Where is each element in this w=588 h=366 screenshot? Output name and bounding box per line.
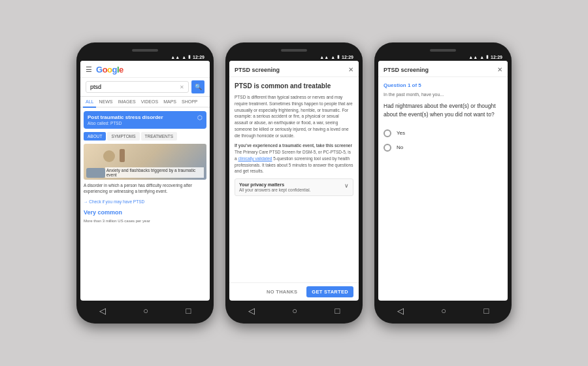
card-description: A disorder in which a person has difficu…: [84, 182, 206, 194]
screen-3: PTSD screening ✕ Question 1 of 5 In the …: [378, 61, 508, 301]
recents-button-3[interactable]: □: [483, 306, 489, 316]
signal-icon: ▲▲: [171, 55, 180, 59]
phone-3: ▲▲ ▲ ▮ 12:29 PTSD screening ✕ Question 1…: [374, 42, 512, 324]
phones-container: ▲▲ ▲ ▮ 12:29 ☰ Google ptsd ✕ 🔍: [63, 29, 525, 337]
wifi-icon-3: ▲: [480, 55, 484, 59]
wifi-icon-2: ▲: [331, 55, 335, 59]
no-thanks-button[interactable]: NO THANKS: [263, 286, 301, 297]
very-common-label: Very common: [84, 209, 206, 216]
tab-maps[interactable]: MAPS: [161, 97, 179, 108]
card-title: Post traumatic stress disorder: [88, 114, 163, 120]
phone-nav-1: ◁ ○ □: [80, 301, 210, 317]
subtab-about[interactable]: ABOUT: [84, 132, 106, 141]
clear-icon[interactable]: ✕: [180, 84, 184, 90]
status-bar-3: ▲▲ ▲ ▮ 12:29: [378, 54, 508, 59]
time-2: 12:29: [342, 55, 353, 59]
tab-images[interactable]: IMAGES: [115, 97, 138, 108]
time-1: 12:29: [193, 55, 204, 59]
time-3: 12:29: [491, 55, 502, 59]
recents-button[interactable]: □: [186, 306, 191, 316]
question-number: Question 1 of 5: [384, 82, 502, 88]
privacy-expand-icon[interactable]: ∨: [344, 182, 349, 189]
privacy-section[interactable]: Your privacy matters All your answers ar…: [235, 178, 353, 196]
phone-nav-3: ◁ ○ □: [378, 301, 508, 317]
ptsd-heading: PTSD is common and treatable: [235, 82, 353, 90]
back-button[interactable]: ◁: [99, 306, 106, 316]
search-bar: ptsd ✕ 🔍: [80, 78, 210, 97]
card-subtitle: Also called: PTSD: [88, 121, 163, 125]
modal-content-3: Question 1 of 5 In the past month, have …: [378, 77, 508, 301]
radio-no[interactable]: [384, 144, 391, 152]
tab-all[interactable]: ALL: [83, 97, 96, 108]
modal-close-3[interactable]: ✕: [497, 66, 502, 73]
phone-nav-2: ◁ ○ □: [229, 301, 359, 317]
common-sub-label: More than 3 million US cases per year: [84, 219, 206, 223]
back-button-2[interactable]: ◁: [248, 306, 255, 316]
signal-icon-2: ▲▲: [319, 55, 329, 59]
subtab-symptoms[interactable]: SYMPTOMS: [107, 132, 139, 141]
battery-icon: ▮: [188, 54, 191, 59]
home-button-3[interactable]: ○: [441, 306, 446, 316]
ptsd-body-normal: PTSD is different than typical sadness o…: [235, 94, 353, 139]
clinically-validated-link[interactable]: clinically validated: [238, 156, 272, 161]
modal-title-3: PTSD screening: [384, 67, 429, 73]
modal-content-2: PTSD is common and treatable PTSD is dif…: [229, 77, 359, 282]
status-bar-2: ▲▲ ▲ ▮ 12:29: [229, 54, 359, 59]
status-bar-1: ▲▲ ▲ ▮ 12:29: [80, 54, 210, 59]
modal-buttons-2: NO THANKS GET STARTED: [229, 282, 359, 301]
google-toolbar: ☰ Google: [80, 61, 210, 78]
ptsd-card: Post traumatic stress disorder Also call…: [84, 111, 206, 129]
screen-2: PTSD screening ✕ PTSD is common and trea…: [229, 61, 359, 301]
get-started-button[interactable]: GET STARTED: [306, 286, 353, 297]
tab-videos[interactable]: VIDEOS: [139, 97, 161, 108]
card-sub-tabs: ABOUT SYMPTOMS TREATMENTS: [84, 132, 206, 141]
privacy-title: Your privacy matters: [239, 182, 310, 187]
phone-1: ▲▲ ▲ ▮ 12:29 ☰ Google ptsd ✕ 🔍: [76, 42, 214, 324]
search-tabs: ALL NEWS IMAGES VIDEOS MAPS SHOPP: [80, 97, 210, 108]
screen-1: ☰ Google ptsd ✕ 🔍 ALL NEWS IMAGES VIDEOS…: [80, 61, 210, 301]
recents-button-2[interactable]: □: [335, 306, 340, 316]
ptsd-body-2: If you've experienced a traumatic event,…: [235, 142, 353, 175]
subtab-treatments[interactable]: TREATMENTS: [141, 132, 178, 141]
option-no-label: No: [397, 144, 403, 150]
radio-yes[interactable]: [384, 129, 391, 137]
battery-icon-2: ▮: [337, 54, 340, 59]
option-yes[interactable]: Yes: [384, 129, 502, 137]
battery-icon-3: ▮: [486, 54, 489, 59]
home-button-2[interactable]: ○: [292, 306, 297, 316]
question-preamble: In the past month, have you...: [384, 92, 502, 97]
check-link[interactable]: → Check if you may have PTSD: [84, 199, 206, 204]
option-no[interactable]: No: [384, 144, 502, 152]
option-yes-label: Yes: [397, 130, 405, 136]
modal-close-2[interactable]: ✕: [348, 66, 353, 73]
modal-title-2: PTSD screening: [235, 67, 280, 73]
back-button-3[interactable]: ◁: [397, 306, 404, 316]
signal-icon-3: ▲▲: [468, 55, 478, 59]
search-box[interactable]: ptsd ✕: [86, 81, 189, 93]
tab-shopping[interactable]: SHOPP: [179, 97, 201, 108]
share-icon[interactable]: ⬡: [197, 114, 203, 121]
card-image: Anxiety and flashbacks triggered by a tr…: [84, 144, 206, 180]
tab-news[interactable]: NEWS: [96, 97, 115, 108]
hamburger-icon[interactable]: ☰: [86, 65, 92, 74]
modal-header-2: PTSD screening ✕: [229, 61, 359, 77]
google-logo: Google: [96, 65, 123, 75]
home-button[interactable]: ○: [143, 306, 148, 316]
search-button[interactable]: 🔍: [191, 80, 204, 93]
wifi-icon: ▲: [182, 55, 186, 59]
image-caption: Anxiety and flashbacks triggered by a tr…: [105, 167, 204, 178]
search-query: ptsd: [90, 84, 101, 90]
modal-header-3: PTSD screening ✕: [378, 61, 508, 77]
privacy-sub: All your answers are kept confidential.: [239, 188, 310, 192]
question-text: Had nightmares about the event(s) or tho…: [384, 102, 502, 119]
phone-2: ▲▲ ▲ ▮ 12:29 PTSD screening ✕ PTSD is co…: [225, 42, 363, 324]
